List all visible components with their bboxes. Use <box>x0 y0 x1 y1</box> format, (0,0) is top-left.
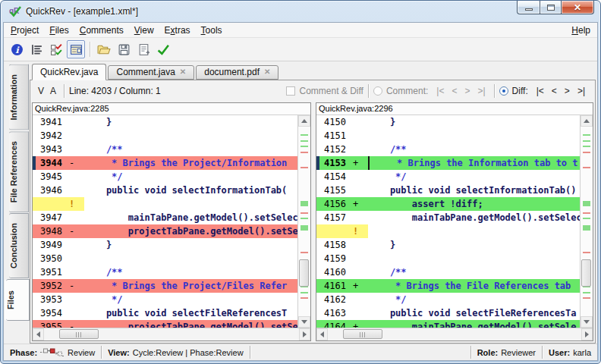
save-button[interactable] <box>115 40 133 58</box>
code-line[interactable]: 4156+ assert !diff; <box>316 197 580 211</box>
code-line[interactable]: 4157 mainTabPane.getModel().setSelect <box>316 211 580 224</box>
code-text: * Brings the Project/Files Refer <box>84 279 297 293</box>
comment-and-diff-checkbox[interactable] <box>286 86 295 96</box>
horizontal-scrollbar[interactable] <box>33 328 310 340</box>
code-line[interactable]: 4152 /** <box>316 143 580 156</box>
menu-project[interactable]: Project <box>5 24 44 37</box>
scroll-down-button[interactable] <box>298 316 310 328</box>
auto-scroll-button[interactable]: A <box>47 84 59 98</box>
vscroll-track[interactable] <box>298 127 310 316</box>
code-line[interactable]: 3955- projectTabPane.getModel().setSel <box>33 320 297 328</box>
code-line[interactable]: 4155 public void selectInformationTab() <box>316 184 580 197</box>
code-line[interactable]: 4159 <box>316 252 580 265</box>
code-line[interactable]: 4164+ mainTabPane.getModel().setSele <box>316 320 580 328</box>
menu-extras[interactable]: Extras <box>159 24 196 37</box>
diff-nav-radio[interactable] <box>499 86 508 96</box>
report-button[interactable] <box>134 40 153 58</box>
side-tab-files[interactable]: Files <box>6 279 30 321</box>
code-line[interactable]: 3952- * Brings the Project/Files Refer <box>33 279 297 293</box>
scroll-up-button[interactable] <box>581 115 593 127</box>
side-tab-information[interactable]: Information <box>9 64 29 130</box>
horizontal-scrollbar[interactable] <box>316 328 593 340</box>
comment-nav-prev[interactable]: < <box>448 86 461 96</box>
code-line[interactable]: ! <box>33 197 297 211</box>
side-tab-file-references[interactable]: File References <box>9 131 29 212</box>
hscroll-track[interactable] <box>44 328 299 340</box>
window-title: QuickRev - [example1.xml*] <box>26 6 138 17</box>
tab-close-icon[interactable]: ✕ <box>180 68 186 76</box>
comment-nav-radio[interactable] <box>373 86 382 96</box>
validate-button[interactable] <box>154 40 172 58</box>
code-line[interactable]: 3945 */ <box>33 170 297 184</box>
diff-position-mark <box>583 225 590 231</box>
doc-tab-document-pdf[interactable]: document.pdf✕ <box>196 65 278 80</box>
info-button[interactable]: i <box>8 40 26 58</box>
code-line[interactable]: 4158 } <box>316 238 580 252</box>
code-line[interactable]: 3951 /** <box>33 265 297 279</box>
code-line[interactable]: 4162 */ <box>316 293 580 306</box>
file-view-toggle-button[interactable] <box>67 40 85 58</box>
diff-nav-next[interactable]: > <box>561 86 574 96</box>
hscroll-track[interactable] <box>328 328 581 340</box>
vertical-scrollbar[interactable] <box>297 115 310 328</box>
comment-nav-last[interactable]: >| <box>474 86 489 96</box>
title-bar[interactable]: qR QuickRev - [example1.xml*] ✕ <box>1 1 600 22</box>
menu-tools[interactable]: Tools <box>196 24 228 37</box>
vertical-split-button[interactable]: V <box>35 84 47 98</box>
minimize-button[interactable] <box>517 1 540 14</box>
code-line[interactable]: 3953 */ <box>33 293 297 306</box>
menu-files[interactable]: Files <box>44 24 74 37</box>
doc-tab-comment-java[interactable]: Comment.java✕ <box>108 65 194 80</box>
comment-nav-first[interactable]: |< <box>433 86 448 96</box>
code-line[interactable]: 4154 */ <box>316 170 580 184</box>
side-tab-conclusion[interactable]: Conclusion <box>9 213 29 278</box>
comment-list-button[interactable] <box>27 40 46 58</box>
tab-close-icon[interactable]: ✕ <box>264 68 270 76</box>
diff-nav-first[interactable]: |< <box>533 86 548 96</box>
scroll-right-button[interactable] <box>299 328 310 340</box>
code-line[interactable]: 4161+ * Brings the File References tab <box>316 279 580 293</box>
vscroll-thumb[interactable] <box>581 259 591 287</box>
menu-comments[interactable]: Comments <box>74 24 129 37</box>
scroll-left-button[interactable] <box>33 328 44 340</box>
code-line[interactable]: 3948- projectTabPane.getModel().setSe <box>33 224 297 238</box>
scroll-down-button[interactable] <box>581 316 593 328</box>
scroll-up-button[interactable] <box>298 115 310 127</box>
code-line[interactable]: 4150 } <box>316 115 580 129</box>
line-number: 4160 <box>319 265 353 279</box>
vscroll-thumb[interactable] <box>299 259 309 287</box>
code-line[interactable]: 4163 public void selectFileReferencesTa <box>316 306 580 320</box>
menu-help[interactable]: Help <box>566 24 596 37</box>
open-file-button[interactable] <box>95 40 113 58</box>
code-line[interactable]: 3943 /** <box>33 143 297 156</box>
code-area[interactable]: 4150 }41514152 /**4153+ * Brings the Inf… <box>316 115 580 328</box>
vertical-scrollbar[interactable] <box>580 115 593 328</box>
scroll-right-button[interactable] <box>581 328 593 340</box>
vscroll-track[interactable] <box>581 127 593 316</box>
comment-nav-next[interactable]: > <box>461 86 474 96</box>
code-line[interactable]: ! <box>316 224 580 238</box>
diff-nav-prev[interactable]: < <box>548 86 561 96</box>
code-line[interactable]: 4151 <box>316 129 580 143</box>
hscroll-thumb[interactable] <box>343 329 382 339</box>
code-line[interactable]: 3946 public void selectInformationTab( <box>33 184 297 197</box>
hscroll-thumb[interactable] <box>59 329 99 339</box>
diff-nav-last[interactable]: >| <box>574 86 589 96</box>
code-line[interactable]: 3942 <box>33 129 297 143</box>
doc-tab-quickrev-java[interactable]: QuickRev.java <box>32 64 106 80</box>
code-area[interactable]: 3941 }39423943 /**3944- * Brings the Pro… <box>33 115 297 328</box>
code-line[interactable]: 3950 <box>33 252 297 265</box>
code-line[interactable]: 3944- * Brings the Project/Information <box>33 156 297 170</box>
scroll-left-button[interactable] <box>316 328 328 340</box>
code-line[interactable]: 3949 } <box>33 238 297 252</box>
code-line[interactable]: 3954 public void selectFileReferencesT <box>33 306 297 320</box>
menu-view[interactable]: View <box>129 24 159 37</box>
maximize-button[interactable] <box>540 1 561 14</box>
close-button[interactable]: ✕ <box>561 1 594 14</box>
code-text: public void selectFileReferencesT <box>84 306 297 320</box>
checklist-button[interactable] <box>47 40 65 58</box>
code-line[interactable]: 3941 } <box>33 115 297 129</box>
code-line[interactable]: 4160 /** <box>316 265 580 279</box>
code-line[interactable]: 4153+ * Brings the Information tab to t <box>316 156 580 170</box>
code-line[interactable]: 3947 mainTabPane.getModel().setSelec <box>33 211 297 224</box>
